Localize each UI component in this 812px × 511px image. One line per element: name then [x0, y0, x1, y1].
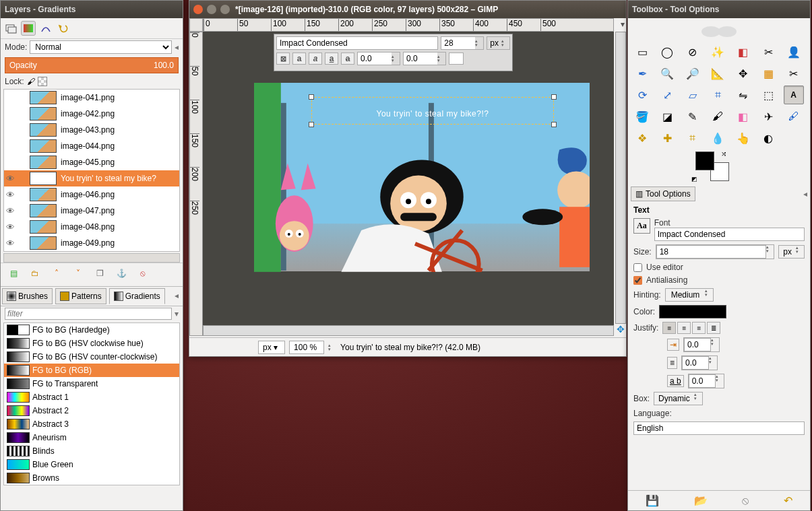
patterns-tab[interactable]: Patterns [55, 288, 106, 304]
undo-history-tab-icon[interactable] [56, 21, 71, 36]
use-editor-checkbox[interactable] [633, 263, 642, 272]
text-color-button[interactable] [449, 53, 464, 65]
fg-bg-colors[interactable]: ⤭ ◩ [695, 151, 729, 181]
justify-center[interactable]: ≡ [692, 322, 706, 334]
gradient-row[interactable]: FG to BG (HSV clockwise hue) [4, 337, 179, 350]
text-color-swatch[interactable] [659, 305, 726, 318]
gradient-row[interactable]: FG to BG (RGB) [4, 364, 179, 377]
toolbox-titlebar[interactable]: Toolbox - Tool Options [628, 1, 810, 18]
new-layer-button[interactable]: ▤ [7, 267, 20, 279]
scissors-tool[interactable]: ✂ [758, 42, 778, 61]
layer-row[interactable]: 👁image-047.png [4, 203, 179, 219]
size-unit[interactable]: px [779, 246, 796, 258]
paths-tool[interactable]: ✒ [632, 64, 652, 83]
opacity-slider[interactable]: Opacity 100.0 [5, 57, 179, 73]
delete-preset-icon[interactable]: ⦸ [742, 495, 749, 507]
gradient-row[interactable]: Browns [4, 471, 179, 485]
swap-colors-icon[interactable]: ⤭ [721, 150, 726, 158]
justify-left[interactable]: ≡ [662, 322, 676, 334]
blend-tool[interactable]: ◪ [657, 107, 677, 126]
size-input[interactable] [656, 245, 766, 259]
canvas-area[interactable]: You tryin' to steal my bike?!? ▴▾ px▴▾ ⊠… [203, 32, 614, 336]
layer-row[interactable]: 👁image-046.png [4, 186, 179, 203]
ink-tool[interactable]: 🖋 [784, 107, 804, 126]
lower-layer-button[interactable]: ˅ [72, 267, 84, 279]
foreground-select-tool[interactable]: 👤 [784, 42, 804, 61]
pencil-tool[interactable]: ✎ [683, 107, 703, 126]
font-preview-icon[interactable]: Aa [633, 218, 650, 234]
bucket-fill-tool[interactable]: 🪣 [632, 107, 652, 126]
default-colors-icon[interactable]: ◩ [691, 176, 697, 182]
cage-tool[interactable]: ⬚ [758, 86, 778, 104]
maximize-button[interactable] [220, 5, 230, 14]
visibility-toggle[interactable]: 👁 [4, 238, 16, 248]
baseline-input[interactable] [358, 53, 392, 65]
font-unit[interactable]: px [487, 37, 501, 49]
gradient-row[interactable]: Aneurism [4, 431, 179, 444]
save-preset-icon[interactable]: 💾 [646, 494, 659, 507]
reset-preset-icon[interactable]: ↶ [784, 494, 792, 507]
gradients-tab-icon[interactable] [21, 21, 36, 36]
mode-select[interactable]: Normal [30, 40, 172, 54]
clone-tool[interactable]: ❖ [632, 129, 652, 147]
duplicate-layer-button[interactable]: ❐ [94, 267, 106, 279]
lock-alpha-icon[interactable] [38, 77, 47, 86]
vertical-ruler[interactable]: 050100150200250 [189, 32, 203, 336]
color-select-tool[interactable]: ◧ [733, 42, 753, 61]
bold-button[interactable]: a [292, 53, 306, 65]
dodge-tool[interactable]: ◐ [758, 129, 778, 147]
options-menu-icon[interactable]: ◂ [801, 186, 810, 201]
handle-nw[interactable] [309, 94, 314, 100]
rect-select-tool[interactable]: ▭ [632, 42, 652, 61]
zoom-combo[interactable]: 100 % [289, 341, 324, 354]
layer-row[interactable]: 👁image-048.png [4, 219, 179, 235]
layers-tab-icon[interactable] [3, 21, 18, 36]
layer-row[interactable]: 👁image-049.png [4, 235, 179, 251]
airbrush-tool[interactable]: ✈ [758, 107, 778, 126]
handle-sw[interactable] [309, 122, 314, 127]
shear-tool[interactable]: ▱ [683, 86, 703, 104]
visibility-toggle[interactable]: 👁 [4, 190, 16, 200]
gradient-row[interactable]: FG to Transparent [4, 377, 179, 390]
tool-options-tab[interactable]: ▥ Tool Options [631, 186, 695, 201]
text-layer-box[interactable]: You tryin' to steal my bike?!? [311, 97, 554, 125]
rotate-tool[interactable]: ⟳ [632, 86, 652, 104]
antialias-checkbox[interactable] [633, 276, 642, 285]
canvas-hscroll[interactable] [203, 325, 614, 336]
eraser-tool[interactable]: ◧ [733, 107, 753, 126]
letterspace-input[interactable] [689, 374, 716, 388]
layer-row[interactable]: 👁TYou tryin' to steal my bike? [4, 170, 179, 186]
fg-color[interactable] [695, 151, 714, 170]
delete-layer-button[interactable]: ⦸ [137, 267, 149, 279]
handle-ne[interactable] [551, 94, 557, 100]
hinting-value[interactable]: Medium [666, 289, 706, 301]
align-tool[interactable]: ▦ [758, 64, 778, 83]
image-titlebar[interactable]: *[image-126] (imported)-310.0 (RGB color… [189, 1, 626, 18]
gradient-row[interactable]: Blue Green [4, 458, 179, 471]
free-select-tool[interactable]: ⊘ [683, 42, 703, 61]
indent-input[interactable] [684, 338, 711, 351]
paths-tab-icon[interactable] [38, 21, 53, 36]
ellipse-select-tool[interactable]: ◯ [657, 42, 677, 61]
navigate-icon[interactable]: ✥ [617, 324, 625, 335]
visibility-toggle[interactable]: 👁 [4, 222, 16, 232]
layer-row[interactable]: image-041.png [4, 90, 179, 106]
unit-combo[interactable]: px ▾ [258, 341, 285, 354]
gradient-row[interactable]: FG to BG (HSV counter-clockwise) [4, 350, 179, 364]
font-name-input[interactable] [654, 228, 805, 241]
strike-button[interactable]: a [341, 53, 354, 65]
layer-hscroll[interactable] [3, 253, 180, 263]
lang-input[interactable] [633, 421, 805, 435]
linespace-input[interactable] [682, 356, 709, 370]
gradient-list[interactable]: FG to BG (Hardedge)FG to BG (HSV clockwi… [3, 322, 180, 485]
move-tool[interactable]: ✥ [733, 64, 753, 83]
visibility-toggle[interactable]: 👁 [4, 206, 16, 216]
italic-button[interactable]: a [309, 53, 322, 65]
gradients-tab[interactable]: Gradients [109, 288, 165, 304]
canvas-vscroll[interactable] [615, 32, 626, 324]
close-button[interactable] [193, 5, 203, 14]
restore-preset-icon[interactable]: 📂 [694, 494, 708, 507]
fuzzy-select-tool[interactable]: ✨ [708, 42, 728, 61]
justify-right[interactable]: ≡ [677, 322, 691, 334]
perspective-clone-tool[interactable]: ⌗ [683, 129, 703, 147]
